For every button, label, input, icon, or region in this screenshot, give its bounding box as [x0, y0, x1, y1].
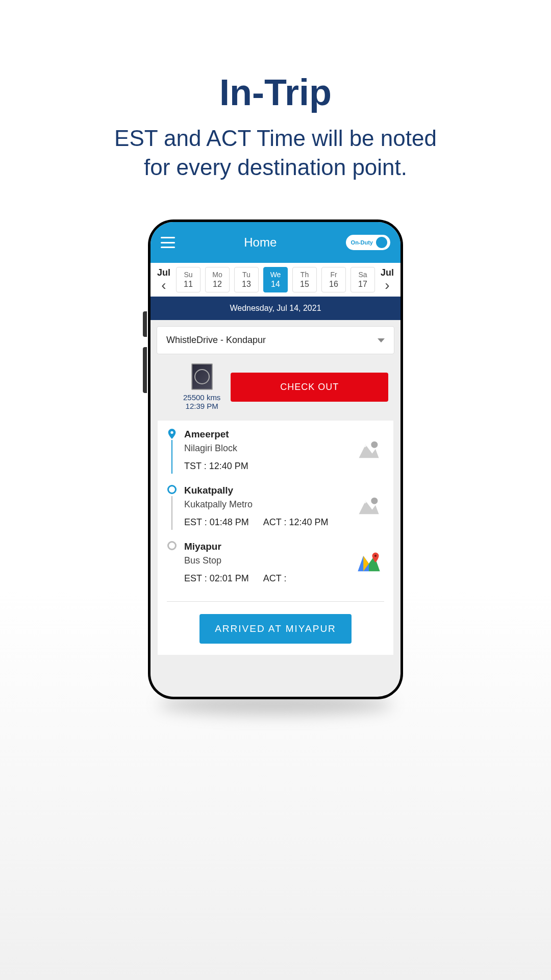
stop-circle-icon [167, 485, 177, 494]
map-icon[interactable]: G [356, 437, 382, 463]
dropdown-selected: WhistleDrive - Kondapur [166, 335, 266, 346]
page-subtitle: EST and ACT Time will be noted for every… [0, 124, 551, 182]
odometer-time: 12:39 PM [183, 402, 220, 410]
duty-toggle[interactable]: On-Duty [346, 235, 390, 250]
caret-down-icon [378, 338, 385, 342]
svg-point-4 [374, 555, 377, 557]
odometer-image-icon [191, 363, 213, 390]
calendar-day[interactable]: Su11 [176, 267, 201, 292]
chevron-right-icon: › [385, 278, 389, 292]
stop-name: Miyapur [184, 541, 348, 552]
svg-point-0 [371, 442, 378, 448]
stop-sub: Nilagiri Block [184, 443, 348, 454]
app-header: Home On-Duty [151, 222, 400, 263]
calendar-strip: Jul ‹ Su11 Mo12 Tu13 We14 Th15 Fr16 Sa17… [151, 263, 400, 297]
calendar-day[interactable]: Tu13 [234, 267, 259, 292]
stop-act: ACT : 12:40 PM [263, 517, 329, 528]
calendar-next[interactable]: Jul › [377, 267, 397, 292]
divider [167, 601, 384, 602]
svg-text:G: G [362, 442, 366, 448]
svg-point-2 [371, 498, 378, 504]
duty-toggle-label: On-Duty [351, 239, 373, 246]
app-title: Home [244, 235, 277, 250]
map-icon[interactable]: G [356, 493, 382, 520]
stop-item: Miyapur Bus Stop EST : 02:01 PM ACT : [167, 541, 384, 597]
calendar-prev[interactable]: Jul ‹ [154, 267, 174, 292]
page-header: In-Trip EST and ACT Time will be noted f… [0, 0, 551, 182]
arrived-button[interactable]: ARRIVED AT MIYAPUR [199, 614, 352, 644]
page-title: In-Trip [0, 71, 551, 113]
stop-name: Kukatpally [184, 485, 348, 496]
stop-item: Kukatpally Kukatpally Metro EST : 01:48 … [167, 485, 384, 541]
stop-circle-icon [167, 541, 177, 550]
calendar-day[interactable]: Sa17 [350, 267, 375, 292]
stop-est: EST : 01:48 PM [184, 517, 249, 528]
stop-time: TST : 12:40 PM [184, 461, 248, 472]
odometer-block[interactable]: 25500 kms 12:39 PM [183, 363, 220, 410]
selected-date-bar: Wednesday, Jul 14, 2021 [151, 297, 400, 320]
chevron-left-icon: ‹ [161, 278, 166, 292]
toggle-knob-icon [376, 237, 387, 248]
svg-text:G: G [362, 498, 366, 504]
location-pin-icon [168, 429, 176, 439]
checkout-button[interactable]: CHECK OUT [231, 373, 388, 402]
calendar-day[interactable]: Th15 [292, 267, 317, 292]
phone-mock: Home On-Duty Jul ‹ Su11 Mo12 Tu13 We14 T… [148, 219, 403, 699]
stop-item: Ameerpet Nilagiri Block TST : 12:40 PM G [167, 429, 384, 485]
stop-est: EST : 02:01 PM [184, 573, 249, 584]
calendar-day-active[interactable]: We14 [263, 267, 288, 292]
stop-sub: Kukatpally Metro [184, 499, 348, 510]
stop-sub: Bus Stop [184, 555, 348, 566]
calendar-day[interactable]: Mo12 [205, 267, 230, 292]
hamburger-icon[interactable] [161, 237, 175, 248]
odometer-kms: 25500 kms [183, 393, 220, 402]
stops-card: Ameerpet Nilagiri Block TST : 12:40 PM G [158, 421, 393, 655]
stop-act: ACT : [263, 573, 287, 584]
stop-name: Ameerpet [184, 429, 348, 440]
map-icon[interactable] [356, 549, 382, 576]
calendar-day[interactable]: Fr16 [321, 267, 346, 292]
route-dropdown[interactable]: WhistleDrive - Kondapur [157, 326, 394, 354]
status-row: 25500 kms 12:39 PM CHECK OUT [157, 354, 394, 421]
